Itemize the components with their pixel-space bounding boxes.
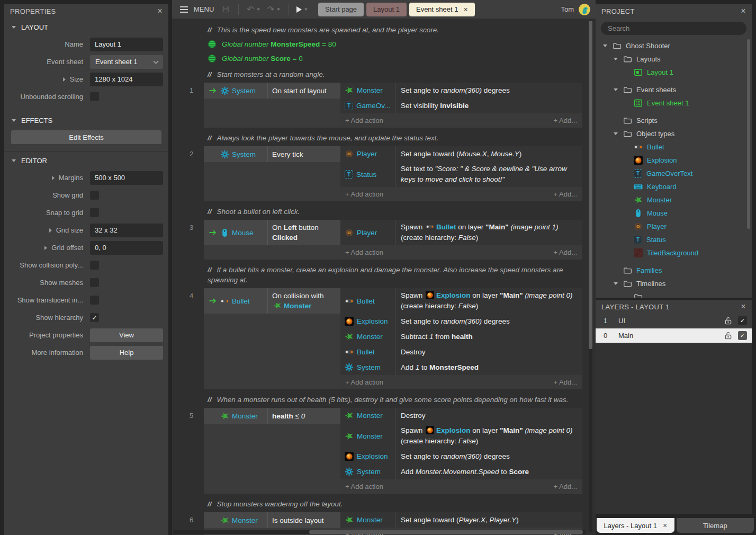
property-input-name[interactable]: [90, 38, 163, 51]
scrollbar-thumb[interactable]: [589, 21, 592, 349]
tree-item-bullet[interactable]: Bullet: [599, 140, 746, 154]
close-icon[interactable]: ×: [663, 522, 667, 529]
tree-item-player[interactable]: Player: [599, 220, 746, 233]
global-variable[interactable]: Global number MonsterSpeed = 80: [208, 38, 596, 50]
comment[interactable]: //This is the speed new monsters are spa…: [208, 25, 578, 35]
action-row[interactable]: MonsterSet angle toward (Player.X, Playe…: [340, 512, 582, 528]
visibility-checkbox[interactable]: ✓: [738, 331, 747, 340]
scrollbar-thumb[interactable]: [309, 530, 583, 534]
condition-row[interactable]: MouseOn Left button Clicked: [204, 220, 340, 245]
checkbox-show-translucent-in[interactable]: [90, 296, 99, 305]
action-row[interactable]: MonsterDestroy: [340, 408, 582, 423]
tree-item-tiledbackground[interactable]: TiledBackground: [599, 246, 746, 260]
tree-item-ghost-shooter[interactable]: Ghost Shooter: [599, 39, 746, 52]
button-view[interactable]: View: [90, 328, 163, 342]
property-input-grid-size[interactable]: [90, 224, 163, 237]
undo-button[interactable]: ↶: [247, 5, 259, 14]
action-row[interactable]: MonsterSet angle to random(360) degrees: [340, 83, 582, 98]
action-row[interactable]: TStatusSet text to "Score: " & Score & n…: [340, 162, 582, 187]
condition-row[interactable]: SystemOn start of layout: [204, 83, 340, 99]
action-row[interactable]: ExplosionSet angle to random(360) degree…: [340, 449, 582, 464]
property-input-grid-offset[interactable]: [90, 241, 163, 255]
checkbox-snap-to-grid[interactable]: [90, 208, 99, 217]
checkbox-show-hierarchy[interactable]: ✓: [90, 313, 99, 322]
add-action-button[interactable]: + Add action: [345, 378, 383, 386]
property-input-margins[interactable]: [90, 171, 163, 185]
add-action-button[interactable]: + Add action: [345, 190, 383, 198]
add-more-button[interactable]: + Add...: [554, 378, 577, 386]
tree-item-event-sheets[interactable]: Event sheets: [599, 83, 746, 96]
tree-item-object-types[interactable]: Object types: [599, 127, 746, 140]
tree-item-families[interactable]: Families: [599, 264, 746, 277]
action-row[interactable]: TGameOv...Set visibility Invisible: [340, 98, 582, 113]
action-row[interactable]: ExplosionSet angle to random(360) degree…: [340, 314, 582, 329]
tree-item-layout-1[interactable]: Layout 1: [599, 66, 746, 79]
action-row[interactable]: SystemAdd Monster.Movement.Speed to Scor…: [340, 464, 582, 479]
checkbox-show-collision-poly[interactable]: [90, 261, 99, 270]
close-icon[interactable]: ×: [157, 7, 163, 15]
global-variable[interactable]: Global number Score = 0: [208, 52, 596, 64]
bottom-tab-tilemap[interactable]: Tilemap: [677, 518, 754, 533]
tree-item-scripts[interactable]: Scripts: [599, 114, 746, 127]
action-row[interactable]: MonsterSpawn Explosion on layer "Main" (…: [340, 423, 582, 449]
tree-item-x[interactable]: [599, 290, 746, 298]
visibility-checkbox[interactable]: ✓: [738, 316, 747, 325]
add-more-button[interactable]: + Add...: [554, 483, 577, 491]
action-row[interactable]: BulletSpawn Explosion on layer "Main" (i…: [340, 288, 582, 314]
chevron-down-icon[interactable]: [613, 88, 619, 91]
add-more-button[interactable]: + Add...: [554, 190, 577, 198]
tree-item-status[interactable]: TStatus: [599, 233, 746, 246]
menu-button[interactable]: MENU: [179, 5, 214, 13]
condition-row[interactable]: Monsterhealth ≤ 0: [204, 408, 340, 424]
condition-row[interactable]: BulletOn collision with Monster: [204, 288, 340, 314]
chevron-down-icon[interactable]: [613, 58, 619, 60]
add-action-button[interactable]: + Add action: [345, 483, 383, 491]
close-icon[interactable]: ×: [463, 6, 467, 13]
action-row[interactable]: SystemAdd 1 to MonsterSpeed: [340, 360, 582, 375]
chevron-down-icon[interactable]: [602, 44, 608, 47]
checkbox-show-grid[interactable]: [90, 191, 99, 200]
section-header-effects[interactable]: EFFECTS: [4, 112, 168, 129]
comment[interactable]: //When a monster runs out of health (5 h…: [208, 395, 578, 405]
button-edit-effects[interactable]: Edit Effects: [11, 130, 161, 144]
property-input-size[interactable]: [90, 73, 163, 86]
chevron-down-icon[interactable]: [613, 132, 619, 135]
bottom-tab-layers-layout-1[interactable]: Layers - Layout 1×: [597, 518, 674, 533]
comment[interactable]: //Shoot a bullet on left click.: [208, 207, 578, 217]
condition-row[interactable]: SystemEvery tick: [204, 146, 340, 162]
tree-item-gameovertext[interactable]: TGameOverText: [599, 167, 746, 180]
add-more-button[interactable]: + Add...: [554, 248, 577, 256]
comment[interactable]: //If a bullet hits a monster, create an …: [208, 265, 578, 285]
play-button[interactable]: [296, 6, 308, 13]
user-area[interactable]: Tom: [561, 4, 590, 15]
section-header-editor[interactable]: EDITOR: [4, 153, 168, 169]
property-select-event-sheet[interactable]: Event sheet 1: [90, 55, 163, 69]
add-more-button[interactable]: + Add...: [554, 117, 577, 124]
tree-item-timelines[interactable]: Timelines: [599, 277, 746, 290]
button-help[interactable]: Help: [90, 346, 163, 360]
add-action-button[interactable]: + Add action: [345, 117, 383, 124]
tree-item-layouts[interactable]: Layouts: [599, 52, 746, 66]
save-icon[interactable]: [221, 5, 230, 14]
tab-layout-1[interactable]: Layout 1: [366, 3, 407, 16]
tree-item-explosion[interactable]: Explosion: [599, 154, 746, 167]
layer-row-ui[interactable]: 1UI✓: [596, 314, 752, 328]
project-scrollbar-thumb[interactable]: [747, 39, 750, 229]
close-icon[interactable]: ×: [741, 302, 746, 311]
tree-item-mouse[interactable]: Mouse: [599, 207, 746, 220]
add-action-button[interactable]: + Add action: [345, 248, 383, 256]
tree-item-event-sheet-1[interactable]: Event sheet 1: [599, 96, 746, 110]
checkbox-unbounded-scrolling[interactable]: [90, 92, 99, 101]
chevron-down-icon[interactable]: [613, 282, 619, 285]
tab-start-page[interactable]: Start page: [318, 3, 364, 16]
tab-event-sheet-1[interactable]: Event sheet 1×: [409, 3, 475, 16]
comment[interactable]: //Stop monsters wandering off the layout…: [208, 499, 578, 509]
redo-button[interactable]: ↷: [267, 5, 280, 14]
action-row[interactable]: PlayerSet angle toward (Mouse.X, Mouse.Y…: [340, 146, 582, 162]
lock-icon[interactable]: [724, 316, 733, 325]
search-input[interactable]: [608, 24, 740, 32]
section-header-layout[interactable]: LAYOUT: [4, 19, 168, 35]
tree-item-monster[interactable]: Monster: [599, 193, 746, 207]
close-icon[interactable]: ×: [741, 7, 746, 15]
condition-row[interactable]: MonsterIs outside layout: [204, 512, 340, 528]
